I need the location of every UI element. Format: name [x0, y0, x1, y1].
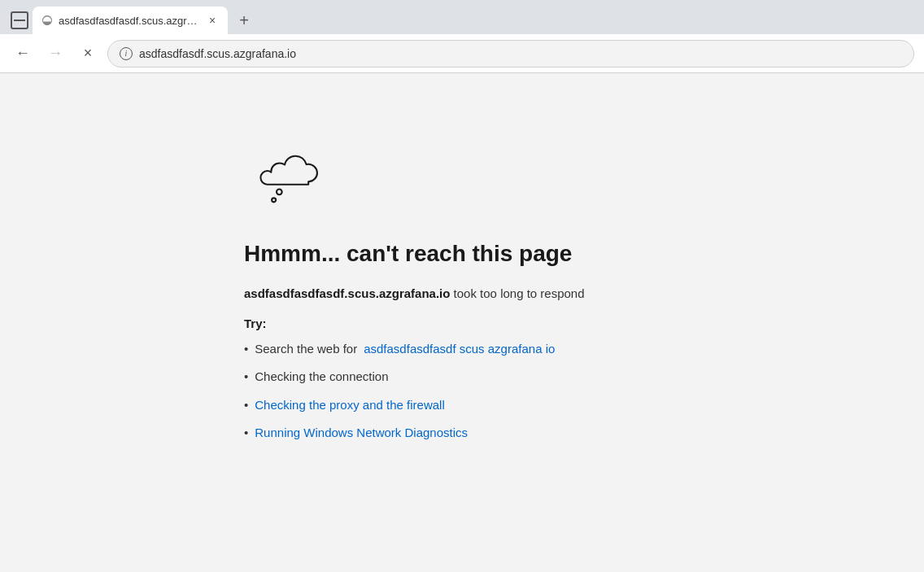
suggestion-diagnostics-link[interactable]: Running Windows Network Diagnostics [255, 424, 468, 443]
cloud-icon [244, 138, 325, 212]
back-button[interactable]: ← [10, 41, 36, 67]
error-heading: Hmmm... can't reach this page [244, 239, 585, 269]
active-tab[interactable]: asdfasdfasdfasdf.scus.azgrafana. × [33, 7, 228, 34]
forward-button[interactable]: → [42, 41, 68, 67]
suggestion-proxy: Checking the proxy and the firewall [244, 396, 585, 415]
suggestion-search: Search the web for asdfasdfasdfasdf scus… [244, 340, 585, 359]
suggestion-proxy-link[interactable]: Checking the proxy and the firewall [255, 396, 444, 415]
nav-bar: ← → × i asdfasdfasdf.scus.azgrafana.io [0, 34, 924, 73]
tab-close-button[interactable]: × [205, 13, 220, 28]
suggestion-connection: Checking the connection [244, 368, 585, 386]
new-tab-button[interactable]: + [231, 7, 257, 33]
cloud-icon-area [244, 138, 585, 215]
browser-icon [11, 11, 28, 29]
error-domain: asdfasdfasdfasdf.scus.azgrafana.io [244, 286, 450, 300]
suggestion-diagnostics: Running Windows Network Diagnostics [244, 424, 585, 443]
browser-icon-area [0, 11, 33, 29]
svg-point-0 [277, 190, 282, 195]
suggestion-search-link[interactable]: asdfasdfasdfasdf scus azgrafana io [364, 340, 555, 359]
error-container: Hmmm... can't reach this page asdfasdfas… [244, 138, 585, 452]
address-text: asdfasdfasdf.scus.azgrafana.io [139, 47, 902, 60]
error-description-suffix: took too long to respond [450, 286, 584, 300]
svg-point-1 [272, 198, 276, 202]
browser-chrome: asdfasdfasdfasdf.scus.azgrafana. × + ← →… [0, 0, 924, 73]
suggestion-search-prefix: Search the web for [255, 340, 357, 359]
page-content: Hmmm... can't reach this page asdfasdfas… [0, 73, 924, 572]
tab-bar: asdfasdfasdfasdf.scus.azgrafana. × + [0, 0, 924, 34]
tab-favicon [41, 14, 54, 27]
reload-close-button[interactable]: × [75, 41, 101, 67]
address-bar[interactable]: i asdfasdfasdf.scus.azgrafana.io [107, 40, 914, 68]
info-icon[interactable]: i [120, 47, 133, 60]
suggestions-list: Search the web for asdfasdfasdfasdf scus… [244, 340, 585, 443]
tab-title: asdfasdfasdfasdf.scus.azgrafana. [59, 15, 200, 27]
error-description: asdfasdfasdfasdf.scus.azgrafana.io took … [244, 285, 585, 303]
try-label: Try: [244, 317, 585, 330]
suggestion-connection-text: Checking the connection [255, 368, 388, 386]
